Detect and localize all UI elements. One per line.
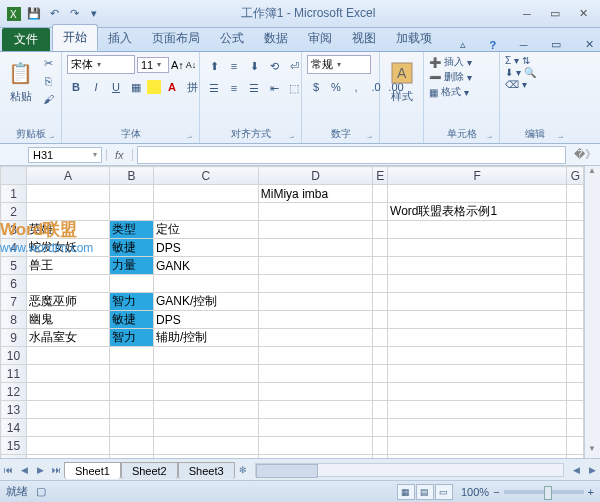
cell-D3[interactable] <box>258 221 373 239</box>
cell-G12[interactable] <box>567 383 584 401</box>
cell-D6[interactable] <box>258 275 373 293</box>
align-top-icon[interactable]: ⬆ <box>205 57 223 75</box>
excel-icon[interactable]: X <box>5 5 23 23</box>
tab-data[interactable]: 数据 <box>254 26 298 51</box>
ribbon-minimize-icon[interactable]: ▵ <box>460 38 466 51</box>
fill-button[interactable]: ⬇▾ 🔍 <box>505 67 536 78</box>
cell-C10[interactable] <box>154 347 259 365</box>
cell-F15[interactable] <box>388 437 567 455</box>
font-name-combo[interactable]: 宋体 <box>67 55 135 74</box>
zoom-slider[interactable] <box>504 490 584 494</box>
cell-B8[interactable]: 敏捷 <box>110 311 154 329</box>
restore-button[interactable]: ▭ <box>542 6 568 22</box>
redo-icon[interactable]: ↷ <box>65 5 83 23</box>
tab-view[interactable]: 视图 <box>342 26 386 51</box>
zoom-in-icon[interactable]: + <box>588 486 594 498</box>
orientation-icon[interactable]: ⟲ <box>265 57 283 75</box>
cell-G11[interactable] <box>567 365 584 383</box>
cell-E9[interactable] <box>373 329 388 347</box>
last-sheet-icon[interactable]: ⏭ <box>48 462 64 478</box>
cell-C15[interactable] <box>154 437 259 455</box>
fill-color-button[interactable] <box>147 80 161 94</box>
cell-E4[interactable] <box>373 239 388 257</box>
col-header-D[interactable]: D <box>258 167 373 185</box>
cell-F14[interactable] <box>388 419 567 437</box>
cell-G7[interactable] <box>567 293 584 311</box>
cell-B7[interactable]: 智力 <box>110 293 154 311</box>
paste-button[interactable]: 📋 粘贴 <box>5 55 36 104</box>
cell-A8[interactable]: 幽鬼 <box>27 311 110 329</box>
cell-B12[interactable] <box>110 383 154 401</box>
page-break-view-icon[interactable]: ▭ <box>435 484 453 500</box>
cell-D2[interactable] <box>258 203 373 221</box>
doc-min-icon[interactable]: ─ <box>520 39 528 51</box>
cell-B2[interactable] <box>110 203 154 221</box>
font-size-combo[interactable]: 11 <box>137 57 169 73</box>
cell-G8[interactable] <box>567 311 584 329</box>
cell-C8[interactable]: DPS <box>154 311 259 329</box>
cell-C13[interactable] <box>154 401 259 419</box>
tab-formulas[interactable]: 公式 <box>210 26 254 51</box>
cell-C2[interactable] <box>154 203 259 221</box>
cell-B6[interactable] <box>110 275 154 293</box>
cell-G13[interactable] <box>567 401 584 419</box>
font-color-button[interactable]: A <box>163 78 181 96</box>
formula-input[interactable] <box>137 146 566 164</box>
row-header-14[interactable]: 14 <box>1 419 27 437</box>
cell-G10[interactable] <box>567 347 584 365</box>
cell-D8[interactable] <box>258 311 373 329</box>
cell-E6[interactable] <box>373 275 388 293</box>
row-header-12[interactable]: 12 <box>1 383 27 401</box>
cell-E3[interactable] <box>373 221 388 239</box>
zoom-out-icon[interactable]: − <box>493 486 499 498</box>
cell-F3[interactable] <box>388 221 567 239</box>
cell-A11[interactable] <box>27 365 110 383</box>
col-header-A[interactable]: A <box>27 167 110 185</box>
merge-icon[interactable]: ⬚ <box>285 79 303 97</box>
phonetic-button[interactable]: 拼 <box>183 78 201 96</box>
cell-E7[interactable] <box>373 293 388 311</box>
shrink-font-icon[interactable]: A↓ <box>186 60 197 70</box>
row-header-16[interactable]: 16 <box>1 455 27 459</box>
cell-A9[interactable]: 水晶室女 <box>27 329 110 347</box>
cell-F7[interactable] <box>388 293 567 311</box>
row-header-3[interactable]: 3 <box>1 221 27 239</box>
tab-layout[interactable]: 页面布局 <box>142 26 210 51</box>
scroll-right-icon[interactable]: ▶ <box>584 462 600 478</box>
cell-A16[interactable] <box>27 455 110 459</box>
cell-C9[interactable]: 辅助/控制 <box>154 329 259 347</box>
cell-A2[interactable] <box>27 203 110 221</box>
cell-D14[interactable] <box>258 419 373 437</box>
prev-sheet-icon[interactable]: ◀ <box>16 462 32 478</box>
cell-E2[interactable] <box>373 203 388 221</box>
cell-F4[interactable] <box>388 239 567 257</box>
row-header-15[interactable]: 15 <box>1 437 27 455</box>
tab-file[interactable]: 文件 <box>2 28 50 51</box>
cell-A6[interactable] <box>27 275 110 293</box>
cell-G5[interactable] <box>567 257 584 275</box>
cell-B11[interactable] <box>110 365 154 383</box>
cell-A4[interactable]: 蛇发女妖 <box>27 239 110 257</box>
save-icon[interactable]: 💾 <box>25 5 43 23</box>
cell-B16[interactable] <box>110 455 154 459</box>
cell-A13[interactable] <box>27 401 110 419</box>
cell-F16[interactable] <box>388 455 567 459</box>
tab-addins[interactable]: 加载项 <box>386 26 442 51</box>
cell-B15[interactable] <box>110 437 154 455</box>
cell-G9[interactable] <box>567 329 584 347</box>
row-header-6[interactable]: 6 <box>1 275 27 293</box>
cell-C7[interactable]: GANK/控制 <box>154 293 259 311</box>
cell-G2[interactable] <box>567 203 584 221</box>
cell-C12[interactable] <box>154 383 259 401</box>
grow-font-icon[interactable]: A↑ <box>171 59 184 71</box>
name-box[interactable]: H31 <box>28 147 102 163</box>
sheet-tab-3[interactable]: Sheet3 <box>178 462 235 479</box>
col-header-G[interactable]: G <box>567 167 584 185</box>
tab-home[interactable]: 开始 <box>52 24 98 51</box>
help-icon[interactable]: ? <box>489 39 496 51</box>
cell-D11[interactable] <box>258 365 373 383</box>
undo-icon[interactable]: ↶ <box>45 5 63 23</box>
cell-C5[interactable]: GANK <box>154 257 259 275</box>
delete-cells-button[interactable]: ➖删除▾ <box>429 70 472 84</box>
cell-F10[interactable] <box>388 347 567 365</box>
